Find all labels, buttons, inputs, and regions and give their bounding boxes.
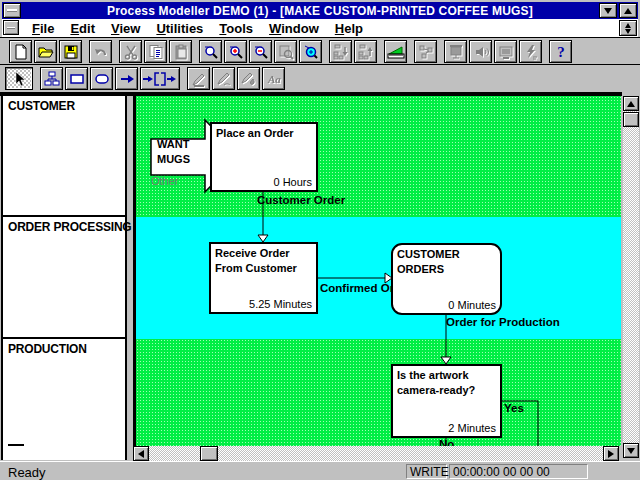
step-artwork-decision[interactable]: Is the artworkcamera-ready? 2 Minutes <box>391 364 502 438</box>
toolbar-drawing: Aa <box>0 67 640 91</box>
store-customer-orders[interactable]: CUSTOMERORDERS 0 Minutes <box>391 243 502 315</box>
timer-indicator: 00:00:00 00 00 00 <box>449 464 588 479</box>
paste-icon <box>173 44 189 60</box>
zoom-fit-button[interactable] <box>274 40 297 63</box>
flow-tool-button[interactable] <box>115 67 138 90</box>
lane-header-production[interactable]: PRODUCTION <box>8 342 87 356</box>
title-bar: Process Modeller DEMO (1) - [MAKE CUSTOM… <box>2 2 638 19</box>
trigger-type-label: Other <box>151 175 179 187</box>
data-store-tool-button[interactable] <box>140 67 180 90</box>
arrowhead-down-icon <box>258 235 268 242</box>
help-button[interactable]: ? <box>549 40 572 63</box>
sound-button[interactable] <box>469 40 492 63</box>
menu-file[interactable]: File <box>24 20 62 37</box>
copy-button[interactable] <box>144 40 167 63</box>
data-store-icon <box>142 71 178 87</box>
open-button[interactable] <box>34 40 57 63</box>
menu-window[interactable]: Window <box>261 20 327 37</box>
timescale-icon <box>387 44 405 60</box>
new-file-icon <box>13 44 29 60</box>
status-message: Ready <box>8 465 46 480</box>
expand-down-button[interactable] <box>329 40 352 63</box>
menu-help[interactable]: Help <box>327 20 371 37</box>
store-title-line2: ORDERS <box>397 263 444 275</box>
format-fill-button[interactable] <box>187 67 210 90</box>
horizontal-scroll-thumb[interactable] <box>200 446 218 461</box>
toolbar-separator <box>0 64 640 65</box>
flow-label-customer-order: Customer Order <box>257 194 345 206</box>
help-question-icon: ? <box>553 44 569 60</box>
presentation-button[interactable] <box>444 40 467 63</box>
copy-icon <box>148 44 164 60</box>
step-title-line2: From Customer <box>215 262 297 274</box>
store-rounded-icon <box>94 71 110 87</box>
flow-arrow-icon <box>119 71 135 87</box>
diagram-canvas[interactable]: WANT MUGS Other Place an Order 0 Hours R… <box>136 96 621 446</box>
partial-lane-divider <box>8 444 24 446</box>
paste-button[interactable] <box>169 40 192 63</box>
scroll-left-button[interactable] <box>133 446 149 461</box>
presentation-screen-icon <box>448 44 464 60</box>
document-system-menu-icon <box>7 27 15 29</box>
animate-button[interactable] <box>414 40 437 63</box>
format-line-button[interactable] <box>212 67 235 90</box>
select-tool-button[interactable] <box>5 67 33 90</box>
lane-divider <box>3 215 125 217</box>
cut-button[interactable] <box>119 40 142 63</box>
format-paint-button[interactable] <box>237 67 260 90</box>
menu-edit[interactable]: Edit <box>62 20 103 37</box>
format-font-icon: Aa <box>266 71 282 87</box>
decision-duration: 2 Minutes <box>448 422 496 434</box>
monitor-button[interactable] <box>494 40 517 63</box>
undo-button[interactable] <box>89 40 112 63</box>
document-system-menu-button[interactable] <box>3 20 19 35</box>
menu-bar: File Edit View Utilities Tools Window He… <box>2 19 638 37</box>
timescale-button[interactable] <box>384 40 407 63</box>
lane-header-order-processing[interactable]: ORDER PROCESSING <box>8 220 132 234</box>
scroll-down-icon <box>627 448 635 454</box>
scroll-right-button[interactable] <box>603 446 619 461</box>
step-receive-order[interactable]: Receive OrderFrom Customer 5.25 Minutes <box>209 242 318 314</box>
store-duration: 0 Minutes <box>448 299 496 311</box>
maximize-icon <box>624 8 632 14</box>
process-step-tool-button[interactable] <box>65 67 88 90</box>
menu-tools[interactable]: Tools <box>211 20 261 37</box>
select-arrow-icon <box>11 71 27 87</box>
step-title-line1: Receive Order <box>215 247 290 259</box>
window-title: Process Modeller DEMO (1) - [MAKE CUSTOM… <box>2 4 638 18</box>
minimize-button[interactable] <box>599 3 617 18</box>
lane-divider <box>3 337 125 339</box>
step-duration: 5.25 Minutes <box>249 298 312 310</box>
collapse-up-icon <box>358 44 374 60</box>
vertical-scroll-thumb[interactable] <box>623 112 639 127</box>
open-folder-icon <box>38 44 54 60</box>
scroll-up-button[interactable] <box>623 96 639 111</box>
format-font-button[interactable]: Aa <box>262 67 285 90</box>
save-button[interactable] <box>59 40 82 63</box>
new-button[interactable] <box>9 40 32 63</box>
zoom-tool-button[interactable] <box>299 40 322 63</box>
menu-utilities[interactable]: Utilities <box>148 20 211 37</box>
save-floppy-icon <box>63 44 79 60</box>
run-bolt-icon <box>523 44 539 60</box>
step-place-an-order[interactable]: Place an Order 0 Hours <box>210 122 318 192</box>
lane-header-customer[interactable]: CUSTOMER <box>8 99 75 113</box>
zoom-out-button[interactable] <box>249 40 272 63</box>
monitor-icon <box>498 44 514 60</box>
zoom-in-button[interactable] <box>224 40 247 63</box>
maximize-button[interactable] <box>619 3 637 18</box>
collapse-up-button[interactable] <box>354 40 377 63</box>
document-restore-button[interactable] <box>619 20 637 36</box>
vertical-scrollbar[interactable] <box>623 96 639 458</box>
menu-view[interactable]: View <box>103 20 148 37</box>
scroll-down-button[interactable] <box>623 443 639 458</box>
system-menu-button[interactable] <box>3 3 21 18</box>
write-mode-indicator: WRITE <box>406 464 447 479</box>
org-unit-tool-button[interactable] <box>40 67 63 90</box>
run-button[interactable] <box>519 40 542 63</box>
store-tool-button[interactable] <box>90 67 113 90</box>
svg-text:Aa: Aa <box>267 73 281 85</box>
expand-down-icon <box>333 44 349 60</box>
org-unit-icon <box>44 71 60 87</box>
zoom-button[interactable] <box>199 40 222 63</box>
